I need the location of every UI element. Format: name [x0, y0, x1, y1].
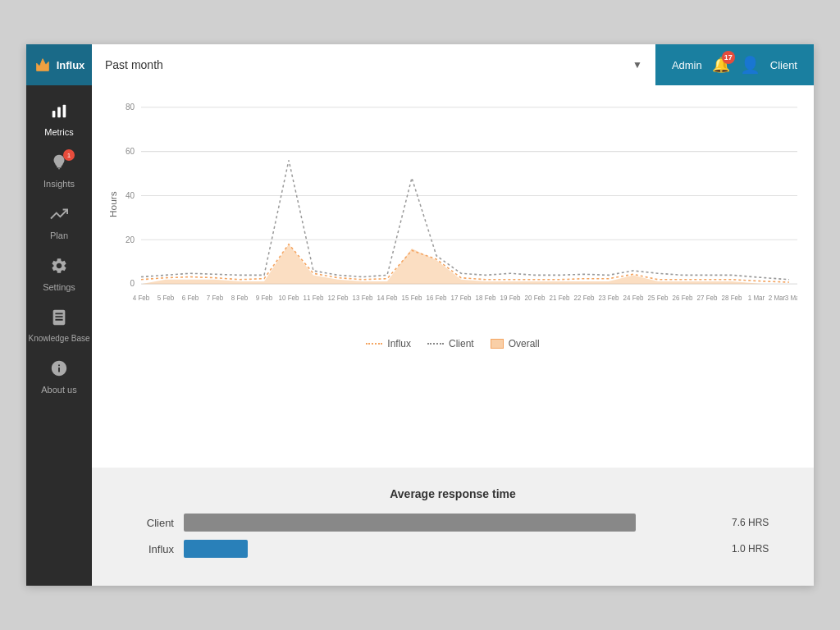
app-header: Influx Past month ▼ Admin 🔔 17 👤 Client	[26, 44, 814, 85]
svg-text:20: 20	[126, 235, 135, 244]
svg-text:27 Feb: 27 Feb	[697, 293, 718, 301]
svg-text:15 Feb: 15 Feb	[402, 293, 422, 301]
svg-text:60: 60	[126, 147, 135, 156]
bar-chart-icon	[50, 102, 68, 124]
client-bar-fill	[184, 514, 636, 532]
client-bar-label: Client	[125, 517, 174, 529]
chart-wrapper: 0 20 40 60 80 Hours	[108, 98, 797, 361]
admin-label: Admin	[672, 59, 702, 71]
svg-text:25 Feb: 25 Feb	[648, 293, 669, 301]
settings-icon	[50, 257, 68, 279]
svg-text:0: 0	[130, 279, 135, 288]
line-chart: 0 20 40 60 80 Hours	[108, 98, 797, 328]
client-bar-row: Client 7.6 HRS	[125, 514, 781, 532]
influx-legend-line	[366, 343, 382, 345]
sidebar-item-knowledge-base[interactable]: Knowledge Base	[26, 300, 92, 351]
chevron-down-icon: ▼	[632, 59, 642, 71]
svg-text:17 Feb: 17 Feb	[451, 293, 472, 301]
notification-badge: 17	[722, 51, 735, 64]
svg-text:16 Feb: 16 Feb	[427, 293, 447, 301]
svg-rect-1	[52, 111, 56, 117]
svg-text:6 Feb: 6 Feb	[182, 293, 199, 301]
svg-text:12 Feb: 12 Feb	[328, 293, 349, 301]
logo-text: Influx	[57, 59, 85, 71]
client-legend-line	[427, 343, 444, 345]
sidebar-item-insights[interactable]: 1 Insights	[26, 145, 92, 197]
legend-client: Client	[427, 338, 474, 349]
filter-dropdown[interactable]: Past month ▼	[92, 44, 655, 85]
book-icon	[50, 308, 68, 331]
user-avatar-icon[interactable]: 👤	[740, 55, 760, 75]
insights-badge: 1	[63, 149, 75, 161]
client-label: Client	[770, 59, 797, 71]
svg-text:4 Feb: 4 Feb	[133, 293, 150, 301]
content-area: 0 20 40 60 80 Hours	[92, 85, 814, 586]
influx-bar-label: Influx	[125, 543, 174, 555]
sidebar: Metrics 1 Insights	[26, 85, 92, 586]
sidebar-label-about-us: About us	[41, 385, 76, 395]
notifications-bell[interactable]: 🔔 17	[712, 56, 730, 74]
influx-bar-value: 1.0 HRS	[732, 543, 781, 555]
client-bar-value: 7.6 HRS	[732, 517, 781, 528]
filter-label: Past month	[105, 58, 632, 71]
svg-text:13 Feb: 13 Feb	[353, 293, 373, 301]
sidebar-label-insights: Insights	[43, 179, 75, 189]
sidebar-item-plan[interactable]: Plan	[26, 197, 92, 249]
svg-text:8 Feb: 8 Feb	[231, 293, 249, 301]
svg-text:40: 40	[126, 190, 135, 199]
legend-influx: Influx	[366, 338, 411, 349]
svg-marker-0	[36, 59, 48, 71]
lightbulb-icon: 1	[50, 153, 68, 176]
sidebar-label-knowledge-base: Knowledge Base	[28, 334, 89, 343]
svg-text:14 Feb: 14 Feb	[377, 293, 398, 301]
sidebar-label-metrics: Metrics	[44, 127, 73, 137]
svg-text:24 Feb: 24 Feb	[623, 293, 644, 301]
svg-text:11 Feb: 11 Feb	[304, 293, 324, 301]
svg-rect-3	[63, 105, 66, 118]
influx-bar-fill	[184, 540, 248, 558]
svg-text:19 Feb: 19 Feb	[500, 293, 521, 301]
svg-text:10 Feb: 10 Feb	[279, 293, 299, 301]
main-body: Metrics 1 Insights	[26, 85, 814, 586]
svg-text:26 Feb: 26 Feb	[673, 293, 693, 301]
client-bar-track	[184, 514, 715, 532]
influx-bar-track	[184, 540, 715, 558]
sidebar-item-metrics[interactable]: Metrics	[26, 94, 92, 145]
svg-text:Hours: Hours	[108, 191, 118, 217]
svg-text:1 Mar: 1 Mar	[748, 293, 765, 301]
svg-text:9 Feb: 9 Feb	[256, 293, 273, 301]
svg-text:21 Feb: 21 Feb	[550, 293, 570, 301]
influx-bar-row: Influx 1.0 HRS	[125, 540, 781, 558]
svg-text:3 Mar: 3 Mar	[785, 293, 797, 301]
chart-legend: Influx Client Overall	[108, 338, 797, 349]
logo: Influx	[26, 44, 92, 85]
legend-overall: Overall	[491, 338, 540, 349]
svg-text:2 Mar: 2 Mar	[769, 293, 786, 301]
info-icon	[50, 359, 68, 381]
svg-text:23 Feb: 23 Feb	[599, 293, 619, 301]
legend-influx-label: Influx	[387, 338, 411, 349]
svg-text:28 Feb: 28 Feb	[722, 293, 742, 301]
avg-response-title: Average response time	[125, 487, 781, 500]
legend-client-label: Client	[449, 338, 474, 349]
trending-up-icon	[50, 205, 68, 227]
sidebar-item-settings[interactable]: Settings	[26, 249, 92, 300]
svg-rect-2	[57, 107, 61, 117]
header-right: Admin 🔔 17 👤 Client	[655, 44, 814, 85]
overall-legend-box	[491, 339, 504, 349]
sidebar-label-plan: Plan	[50, 231, 68, 240]
sidebar-label-settings: Settings	[43, 282, 75, 292]
svg-text:80: 80	[126, 103, 135, 112]
avg-response-section: Average response time Client 7.6 HRS Inf…	[92, 468, 814, 586]
legend-overall-label: Overall	[509, 338, 540, 349]
svg-text:7 Feb: 7 Feb	[207, 293, 224, 301]
sidebar-item-about-us[interactable]: About us	[26, 351, 92, 403]
svg-text:20 Feb: 20 Feb	[525, 293, 546, 301]
chart-section: 0 20 40 60 80 Hours	[92, 85, 814, 468]
svg-text:18 Feb: 18 Feb	[476, 293, 496, 301]
svg-text:22 Feb: 22 Feb	[574, 293, 595, 301]
svg-text:5 Feb: 5 Feb	[158, 293, 175, 301]
